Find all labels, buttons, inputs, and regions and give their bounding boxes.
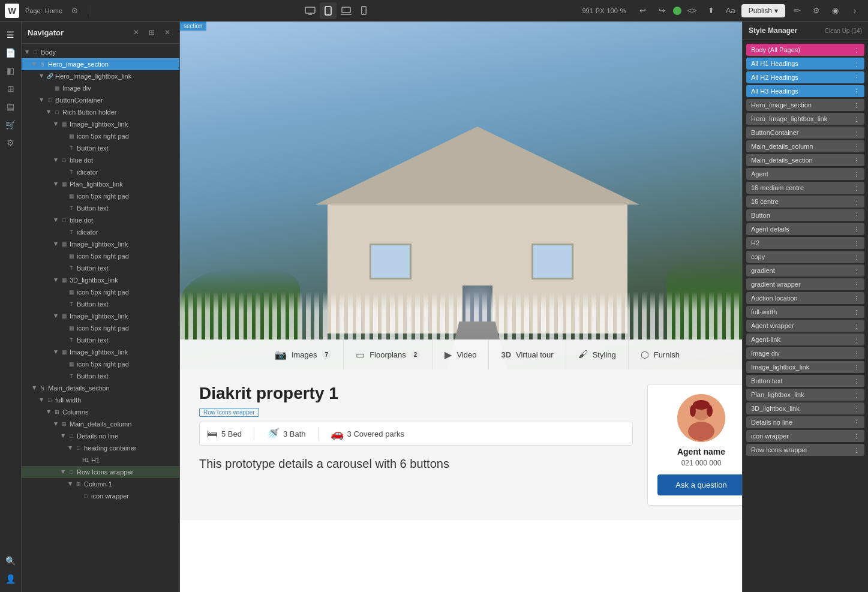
style-tag-2[interactable]: All H2 Headings⋮: [746, 71, 864, 83]
tree-item-img-link-4[interactable]: ▶ ▦ Image_lightbox_link: [22, 346, 179, 358]
mobile-device-btn[interactable]: [356, 2, 373, 19]
style-tag-8[interactable]: Main_details_section⋮: [746, 154, 864, 166]
sidebar-account-btn[interactable]: 👤: [2, 570, 19, 587]
sidebar-nav-btn[interactable]: ☰: [2, 26, 19, 43]
bb-video[interactable]: ▶ Video: [433, 339, 489, 369]
style-tag-options-29[interactable]: ⋮: [854, 447, 860, 453]
style-tag-options-9[interactable]: ⋮: [854, 171, 860, 178]
tree-item-btn-text-2[interactable]: ▶ T Button text: [22, 202, 179, 214]
tree-item-icon-wrapper[interactable]: ▶ □ icon wrapper: [22, 490, 179, 502]
style-tag-25[interactable]: Plan_lightbox_link⋮: [746, 389, 864, 401]
sidebar-settings-btn[interactable]: ⚙: [2, 134, 19, 151]
sidebar-pages-btn[interactable]: 📄: [2, 44, 19, 61]
desktop-device-btn[interactable]: [302, 2, 319, 19]
tree-item-img-link-2[interactable]: ▶ ▦ Image_lightbox_link: [22, 238, 179, 250]
page-status-icon[interactable]: ⊙: [66, 2, 83, 19]
style-tag-options-16[interactable]: ⋮: [854, 268, 860, 274]
laptop-device-btn[interactable]: [338, 2, 355, 19]
tree-item-full-width[interactable]: ▶ □ full-width: [22, 394, 179, 406]
style-tag-5[interactable]: Hero_Image_lightbox_link⋮: [746, 113, 864, 125]
tree-item-main-details-column[interactable]: ▶ ⊞ Main_details_column: [22, 418, 179, 430]
style-tag-20[interactable]: Agent wrapper⋮: [746, 320, 864, 332]
tree-item-main-details-section[interactable]: ▶ § Main_details_section: [22, 382, 179, 394]
tree-item-heading-container[interactable]: ▶ □ heading container: [22, 442, 179, 454]
bb-images[interactable]: 📷 Images 7: [263, 339, 344, 369]
tree-item-icon-pad-2[interactable]: ▶ ▦ icon 5px right pad: [22, 190, 179, 202]
style-tag-options-23[interactable]: ⋮: [854, 364, 860, 371]
style-tag-options-22[interactable]: ⋮: [854, 350, 860, 357]
tree-item-icon-pad-4[interactable]: ▶ ▦ icon 5px right pad: [22, 286, 179, 298]
style-tag-10[interactable]: 16 medium centre⋮: [746, 182, 864, 194]
pen-tool-btn[interactable]: ✏: [789, 2, 806, 19]
style-tag-13[interactable]: Agent details⋮: [746, 223, 864, 235]
style-tag-options-5[interactable]: ⋮: [854, 116, 860, 122]
style-tag-14[interactable]: H2⋮: [746, 237, 864, 249]
tree-item-img-link-1[interactable]: ▶ ▦ Image_lightbox_link: [22, 118, 179, 130]
style-tag-options-7[interactable]: ⋮: [854, 143, 860, 150]
style-tag-options-25[interactable]: ⋮: [854, 392, 860, 398]
sidebar-ecommerce-btn[interactable]: 🛒: [2, 116, 19, 133]
tree-item-img-link-3[interactable]: ▶ ▦ Image_lightbox_link: [22, 310, 179, 322]
style-tag-options-6[interactable]: ⋮: [854, 130, 860, 136]
publish-btn[interactable]: Publish ▾: [741, 4, 785, 17]
cleanup-btn[interactable]: Clean Up (14): [825, 28, 862, 34]
style-tag-3[interactable]: All H3 Headings⋮: [746, 85, 864, 97]
tree-item-body[interactable]: ▶ □ Body: [22, 46, 179, 58]
undo-btn[interactable]: ↩: [635, 2, 651, 19]
style-tag-options-26[interactable]: ⋮: [854, 405, 860, 412]
redo-btn[interactable]: ↪: [654, 2, 671, 19]
style-tag-6[interactable]: ButtonContainer⋮: [746, 127, 864, 139]
tree-item-icon-pad-6[interactable]: ▶ ▦ icon 5px right pad: [22, 358, 179, 370]
tree-item-icon-pad-3[interactable]: ▶ ▦ icon 5px right pad: [22, 250, 179, 262]
tree-item-idicator-1[interactable]: ▶ T idicator: [22, 166, 179, 178]
style-tag-16[interactable]: gradient⋮: [746, 265, 864, 277]
style-tag-21[interactable]: Agent-link⋮: [746, 333, 864, 345]
style-tag-28[interactable]: icon wrapper⋮: [746, 430, 864, 442]
style-tag-22[interactable]: Image div⋮: [746, 347, 864, 359]
tree-item-3d-link[interactable]: ▶ ▦ 3D_lightbox_link: [22, 274, 179, 286]
style-tag-9[interactable]: Agent⋮: [746, 168, 864, 180]
tree-item-column1[interactable]: ▶ ⊞ Column 1: [22, 478, 179, 490]
tree-item-blue-dot-1[interactable]: ▶ □ blue dot: [22, 154, 179, 166]
style-tag-options-1[interactable]: ⋮: [854, 61, 860, 67]
style-tag-options-19[interactable]: ⋮: [854, 309, 860, 315]
more-btn[interactable]: ›: [846, 2, 863, 19]
tree-item-hero-link[interactable]: ▶ 🔗 Hero_Image_lightbox_link: [22, 70, 179, 82]
style-tag-options-10[interactable]: ⋮: [854, 185, 860, 191]
style-tag-options-24[interactable]: ⋮: [854, 378, 860, 384]
style-tag-options-21[interactable]: ⋮: [854, 336, 860, 343]
style-tag-17[interactable]: gradient wrapper⋮: [746, 278, 864, 290]
bb-furnish[interactable]: ⬡ Furnish: [629, 339, 692, 369]
style-tag-options-0[interactable]: ⋮: [854, 47, 860, 53]
style-tag-options-13[interactable]: ⋮: [854, 226, 860, 233]
tree-item-columns[interactable]: ▶ ⊞ Columns: [22, 406, 179, 418]
bb-floorplans[interactable]: ▭ Floorplans 2: [344, 339, 433, 369]
style-tag-options-15[interactable]: ⋮: [854, 254, 860, 260]
tree-item-idicator-2[interactable]: ▶ T idicator: [22, 226, 179, 238]
style-tag-options-8[interactable]: ⋮: [854, 157, 860, 164]
style-tag-options-14[interactable]: ⋮: [854, 240, 860, 247]
code-btn[interactable]: <>: [684, 2, 701, 19]
tree-item-btn-text-1[interactable]: ▶ T Button text: [22, 142, 179, 154]
style-tag-options-4[interactable]: ⋮: [854, 102, 860, 109]
style-tag-15[interactable]: copy⋮: [746, 251, 864, 263]
style-tag-0[interactable]: Body (All Pages)⋮: [746, 44, 864, 56]
style-tag-24[interactable]: Button text⋮: [746, 375, 864, 387]
navigator-search-btn[interactable]: ✕: [130, 26, 142, 38]
style-tag-options-2[interactable]: ⋮: [854, 74, 860, 81]
style-tag-18[interactable]: Auction location⋮: [746, 292, 864, 304]
style-tag-11[interactable]: 16 centre⋮: [746, 196, 864, 208]
bb-styling[interactable]: 🖌 Styling: [566, 339, 629, 369]
tree-item-plan-link[interactable]: ▶ ▦ Plan_lightbox_link: [22, 178, 179, 190]
settings-btn[interactable]: ⚙: [808, 2, 825, 19]
navigator-close-btn[interactable]: ✕: [161, 26, 173, 38]
tree-item-btn-text-4[interactable]: ▶ T Button text: [22, 298, 179, 310]
style-tag-26[interactable]: 3D_lightbox_link⋮: [746, 402, 864, 414]
sidebar-assets-btn[interactable]: ◧: [2, 62, 19, 79]
tree-item-icon-pad-5[interactable]: ▶ ▦ icon 5px right pad: [22, 322, 179, 334]
sidebar-search-btn[interactable]: 🔍: [2, 552, 19, 569]
tree-item-image-div[interactable]: ▶ ▦ Image div: [22, 82, 179, 94]
analytics-btn[interactable]: ◉: [827, 2, 844, 19]
style-tag-options-18[interactable]: ⋮: [854, 295, 860, 302]
style-tag-1[interactable]: All H1 Headings⋮: [746, 58, 864, 70]
